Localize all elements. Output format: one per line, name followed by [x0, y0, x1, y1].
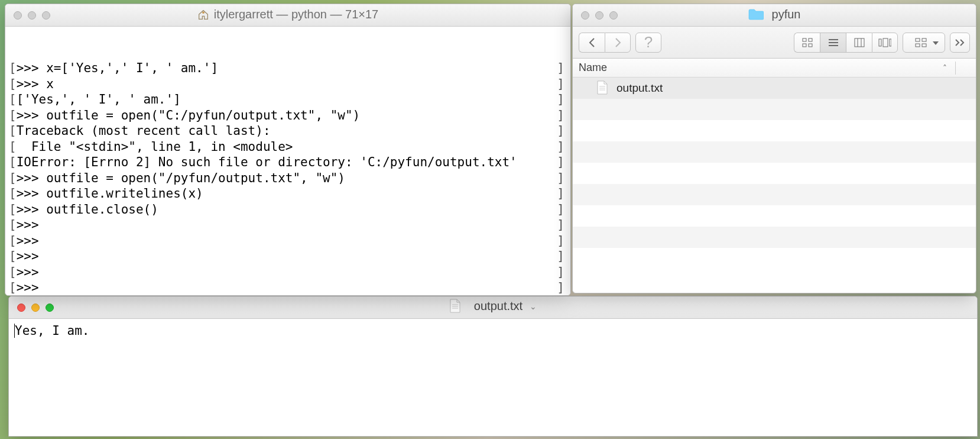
finder-title: pyfun — [748, 8, 801, 21]
terminal-line: [>>> outfile.writelines(x)] — [9, 186, 566, 202]
svg-rect-1 — [803, 38, 806, 41]
svg-rect-11 — [879, 39, 881, 46]
terminal-line-text: IOError: [Errno 2] No such file or direc… — [17, 154, 517, 170]
zoom-button[interactable] — [609, 11, 618, 20]
window-controls — [9, 304, 54, 312]
terminal-line: [Traceback (most recent call last):] — [9, 123, 566, 139]
finder-titlebar[interactable]: pyfun — [573, 4, 976, 27]
terminal-line-text: Traceback (most recent call last): — [17, 123, 271, 139]
svg-rect-0 — [203, 12, 204, 13]
svg-rect-13 — [890, 39, 891, 46]
finder-file-list[interactable]: output.txt — [573, 78, 976, 293]
terminal-line: [>>> x] — [9, 76, 566, 92]
terminal-line: [>>> ] — [9, 280, 566, 295]
window-controls — [573, 11, 618, 20]
terminal-line-text: >>> — [17, 264, 47, 280]
table-row — [573, 99, 976, 120]
terminal-line-text: >>> — [17, 248, 47, 264]
terminal-body[interactable]: [>>> x=['Yes,',' I', ' am.']][>>> x][['Y… — [5, 27, 570, 295]
terminal-line: [ File "<stdin>", line 1, in <module>] — [9, 139, 566, 155]
minimize-button[interactable] — [31, 304, 40, 312]
terminal-titlebar[interactable]: itylergarrett — python — 71×17 — [5, 4, 570, 27]
finder-column-header[interactable]: Name ˄ — [573, 59, 976, 78]
textedit-window[interactable]: output.txt ⌄ Yes, I am. — [8, 296, 978, 437]
terminal-line-text: >>> — [17, 280, 47, 295]
svg-rect-3 — [803, 44, 806, 47]
terminal-window[interactable]: itylergarrett — python — 71×17 [>>> x=['… — [5, 4, 571, 296]
terminal-line-text: >>> outfile = open("C:/pyfun/output.txt"… — [17, 108, 361, 124]
column-divider[interactable] — [955, 62, 956, 75]
finder-title-text: pyfun — [772, 8, 801, 21]
close-button[interactable] — [581, 11, 589, 20]
svg-rect-15 — [916, 44, 920, 47]
table-row — [573, 141, 976, 163]
terminal-line: [>>> outfile.close()] — [9, 202, 566, 218]
terminal-title: itylergarrett — python — 71×17 — [197, 8, 378, 21]
table-row — [573, 163, 976, 184]
terminal-line-text: >>> — [17, 217, 47, 233]
svg-rect-17 — [922, 44, 926, 47]
terminal-line-text: >>> x — [17, 76, 54, 92]
textedit-titlebar[interactable]: output.txt ⌄ — [9, 296, 977, 319]
file-name: output.txt — [616, 82, 663, 95]
column-name[interactable]: Name — [579, 62, 939, 74]
terminal-title-text: itylergarrett — python — 71×17 — [214, 8, 378, 21]
terminal-line-text: ['Yes,', ' I', ' am.'] — [17, 92, 181, 108]
document-icon — [449, 299, 462, 314]
terminal-line-text: >>> outfile.writelines(x) — [17, 186, 203, 202]
back-button[interactable] — [579, 33, 605, 53]
nav-buttons — [579, 33, 631, 53]
home-icon — [197, 9, 209, 20]
terminal-line: [>>> outfile = open("C:/pyfun/output.txt… — [9, 108, 566, 124]
terminal-line-text: >>> outfile = open("/pyfun/output.txt", … — [17, 170, 345, 186]
terminal-line-text: >>> x=['Yes,',' I', ' am.'] — [17, 60, 218, 76]
terminal-line-text: >>> — [17, 233, 47, 249]
textedit-title[interactable]: output.txt ⌄ — [449, 299, 537, 314]
textedit-body[interactable]: Yes, I am. — [9, 319, 977, 436]
table-row[interactable]: output.txt — [573, 78, 976, 99]
minimize-button[interactable] — [595, 11, 603, 20]
gallery-view-button[interactable] — [872, 33, 898, 53]
svg-rect-16 — [922, 38, 926, 41]
table-row — [573, 205, 976, 227]
terminal-line: [>>> ] — [9, 248, 566, 264]
finder-window[interactable]: pyfun ? — [572, 4, 976, 293]
terminal-line: [>>> outfile = open("/pyfun/output.txt",… — [9, 170, 566, 186]
terminal-line: [>>> ] — [9, 233, 566, 249]
table-row — [573, 120, 976, 141]
terminal-line-text: File "<stdin>", line 1, in <module> — [17, 139, 293, 155]
arrange-button[interactable] — [903, 33, 945, 53]
svg-rect-12 — [883, 38, 888, 47]
chevron-down-icon[interactable]: ⌄ — [530, 302, 537, 311]
terminal-line: [['Yes,', ' I', ' am.']] — [9, 92, 566, 108]
terminal-line: [>>> ] — [9, 217, 566, 233]
svg-rect-8 — [855, 38, 864, 47]
sort-indicator-icon: ˄ — [939, 63, 950, 73]
table-row — [573, 227, 976, 248]
window-controls — [5, 11, 50, 20]
zoom-button[interactable] — [42, 11, 50, 20]
terminal-line: [>>> x=['Yes,',' I', ' am.']] — [9, 60, 566, 76]
icon-view-button[interactable] — [794, 33, 820, 53]
help-button[interactable]: ? — [635, 33, 661, 53]
svg-rect-2 — [809, 38, 812, 41]
close-button[interactable] — [17, 304, 25, 312]
textedit-content: Yes, I am. — [15, 324, 89, 338]
minimize-button[interactable] — [28, 11, 36, 20]
list-view-button[interactable] — [820, 33, 846, 53]
expand-toolbar-button[interactable] — [950, 33, 970, 53]
document-icon — [596, 80, 609, 96]
finder-toolbar: ? — [573, 27, 976, 59]
zoom-button[interactable] — [46, 304, 54, 312]
textedit-title-text: output.txt — [474, 299, 523, 313]
view-buttons — [794, 33, 898, 53]
terminal-line: [>>> ] — [9, 264, 566, 280]
table-row — [573, 248, 976, 269]
forward-button[interactable] — [605, 33, 631, 53]
close-button[interactable] — [14, 11, 22, 20]
svg-rect-14 — [916, 38, 920, 41]
text-caret — [14, 324, 15, 338]
terminal-line: [IOError: [Errno 2] No such file or dire… — [9, 154, 566, 170]
column-view-button[interactable] — [846, 33, 872, 53]
table-row — [573, 184, 976, 205]
